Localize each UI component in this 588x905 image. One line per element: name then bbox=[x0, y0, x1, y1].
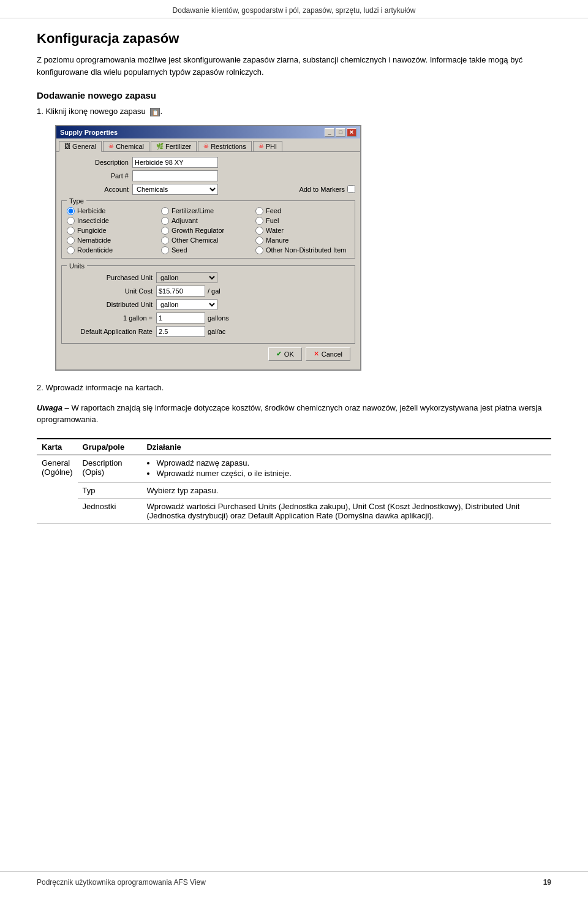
radio-herbicide-input[interactable] bbox=[67, 207, 75, 215]
page-header: Dodawanie klientów, gospodarstw i pól, z… bbox=[0, 0, 588, 18]
radio-rodenticide-input[interactable] bbox=[67, 246, 75, 254]
radio-fuel: Fuel bbox=[255, 217, 350, 225]
radio-adjuvant-input[interactable] bbox=[161, 217, 169, 225]
purchased-unit-select[interactable]: gallon bbox=[156, 272, 217, 283]
dialog-titlebar: Supply Properties _ □ ✕ bbox=[56, 126, 360, 138]
radio-fertilizer-lime-input[interactable] bbox=[161, 207, 169, 215]
account-select[interactable]: Chemicals bbox=[132, 184, 218, 195]
tab-restrictions[interactable]: ☠ Restrictions bbox=[198, 141, 251, 151]
minimize-button[interactable]: _ bbox=[325, 128, 334, 137]
radio-insecticide: Insecticide bbox=[67, 217, 161, 225]
type-fieldset: Type Herbicide Insecticide bbox=[61, 197, 355, 259]
radio-seed-label: Seed bbox=[172, 246, 187, 254]
radio-fuel-input[interactable] bbox=[255, 217, 263, 225]
radio-growth-regulator: Growth Regulator bbox=[161, 227, 255, 235]
uwaga-text: W raportach znajdą się informacje dotycz… bbox=[37, 403, 541, 425]
radio-manure-input[interactable] bbox=[255, 237, 263, 244]
supply-properties-dialog: Supply Properties _ □ ✕ 🖼 General ☠ Chem… bbox=[55, 125, 361, 371]
type-col-3: Feed Fuel Water bbox=[255, 207, 350, 254]
ok-button[interactable]: ✔ OK bbox=[268, 347, 302, 361]
radio-other-chemical-input[interactable] bbox=[161, 237, 169, 244]
description-label: Description bbox=[61, 159, 129, 166]
radio-other-non-distributed-input[interactable] bbox=[255, 246, 263, 254]
new-supply-icon: 📋 bbox=[150, 108, 160, 116]
radio-adjuvant: Adjuvant bbox=[161, 217, 255, 225]
maximize-button[interactable]: □ bbox=[336, 128, 345, 137]
type-columns: Herbicide Insecticide Fungicide bbox=[67, 207, 350, 254]
cancel-button[interactable]: ✕ Cancel bbox=[306, 347, 350, 361]
description-input[interactable] bbox=[132, 157, 218, 168]
cell-group-typ: Typ bbox=[78, 482, 142, 498]
table-row-typ: Typ Wybierz typ zapasu. bbox=[37, 482, 551, 498]
tab-chemical[interactable]: ☠ Chemical bbox=[103, 141, 149, 151]
radio-fungicide: Fungicide bbox=[67, 227, 161, 235]
radio-insecticide-input[interactable] bbox=[67, 217, 75, 225]
page-number: 19 bbox=[543, 878, 551, 887]
default-rate-label: Default Application Rate bbox=[67, 328, 153, 335]
purchased-unit-row: Purchased Unit gallon bbox=[67, 272, 350, 283]
radio-herbicide-label: Herbicide bbox=[77, 207, 105, 214]
header-text: Dodawanie klientów, gospodarstw i pól, z… bbox=[173, 6, 416, 15]
close-button[interactable]: ✕ bbox=[347, 128, 356, 137]
part-label: Part # bbox=[61, 172, 129, 180]
table-row-jednostki: Jednostki Wprowadź wartości Purchased Un… bbox=[37, 498, 551, 523]
action-item-part: Wprowadź numer części, o ile istnieje. bbox=[156, 469, 546, 478]
add-markers-checkbox[interactable] bbox=[347, 185, 355, 193]
units-fieldset: Units Purchased Unit gallon Unit Cost / … bbox=[61, 262, 355, 344]
tab-phi-label: PHI bbox=[266, 143, 277, 150]
purchased-unit-label: Purchased Unit bbox=[67, 274, 153, 281]
tab-phi[interactable]: ☠ PHI bbox=[253, 141, 282, 151]
unit-cost-input[interactable] bbox=[156, 286, 205, 297]
step-1-text: Kliknij ikonę nowego zapasu bbox=[45, 107, 145, 116]
radio-rodenticide-label: Rodenticide bbox=[77, 246, 113, 254]
step-1: 1. Kliknij ikonę nowego zapasu 📋. bbox=[37, 107, 551, 116]
radio-other-chemical: Other Chemical bbox=[161, 237, 255, 244]
tab-fertilizer[interactable]: 🌿 Fertilizer bbox=[151, 141, 197, 151]
step-2-number: 2. bbox=[37, 383, 43, 392]
radio-seed: Seed bbox=[161, 246, 255, 254]
radio-feed-input[interactable] bbox=[255, 207, 263, 215]
conversion-suffix: gallons bbox=[208, 314, 229, 322]
tab-general[interactable]: 🖼 General bbox=[59, 141, 102, 152]
default-rate-input[interactable] bbox=[156, 326, 205, 337]
conversion-row: 1 gallon = gallons bbox=[67, 312, 350, 324]
tab-chemical-label: Chemical bbox=[116, 143, 144, 150]
radio-nematicide: Nematicide bbox=[67, 237, 161, 244]
dialog-title: Supply Properties bbox=[60, 129, 118, 136]
radio-growth-regulator-input[interactable] bbox=[161, 227, 169, 235]
conversion-input[interactable] bbox=[156, 312, 205, 324]
radio-insecticide-label: Insecticide bbox=[77, 217, 109, 224]
radio-feed: Feed bbox=[255, 207, 350, 215]
dialog-body: Description Part # Account Chemicals Add… bbox=[56, 152, 360, 369]
table-body: General(Ogólne) Description (Opis) Wprow… bbox=[37, 455, 551, 523]
page-title: Konfiguracja zapasów bbox=[37, 31, 551, 47]
radio-water-input[interactable] bbox=[255, 227, 263, 235]
cancel-label: Cancel bbox=[322, 350, 342, 358]
cancel-x-icon: ✕ bbox=[314, 350, 319, 358]
conversion-label: 1 gallon = bbox=[67, 314, 153, 322]
action-item-name: Wprowadź nazwę zapasu. bbox=[156, 458, 546, 468]
cell-action-jednostki: Wprowadź wartości Purchased Units (Jedno… bbox=[141, 498, 551, 523]
distributed-unit-select[interactable]: gallon bbox=[156, 299, 217, 310]
units-legend: Units bbox=[67, 262, 87, 270]
part-input[interactable] bbox=[132, 170, 218, 181]
radio-feed-label: Feed bbox=[266, 207, 281, 214]
step-1-number: 1. bbox=[37, 107, 43, 116]
ok-label: OK bbox=[284, 350, 294, 358]
radio-water: Water bbox=[255, 227, 350, 235]
radio-fuel-label: Fuel bbox=[266, 217, 279, 224]
ok-checkmark-icon: ✔ bbox=[276, 350, 282, 358]
radio-seed-input[interactable] bbox=[161, 246, 169, 254]
page-footer: Podręcznik użytkownika oprogramowania AF… bbox=[0, 871, 588, 893]
tab-general-icon: 🖼 bbox=[64, 143, 70, 150]
radio-nematicide-label: Nematicide bbox=[77, 237, 111, 244]
section-adding-title: Dodawanie nowego zapasu bbox=[37, 90, 551, 100]
dialog-wrapper: Supply Properties _ □ ✕ 🖼 General ☠ Chem… bbox=[55, 125, 551, 371]
radio-fungicide-input[interactable] bbox=[67, 227, 75, 235]
default-rate-row: Default Application Rate gal/ac bbox=[67, 326, 350, 337]
radio-herbicide: Herbicide bbox=[67, 207, 161, 215]
radio-nematicide-input[interactable] bbox=[67, 237, 75, 244]
dialog-tabs: 🖼 General ☠ Chemical 🌿 Fertilizer ☠ Rest… bbox=[56, 138, 360, 152]
col-header-action: Działanie bbox=[141, 439, 551, 455]
step-2-text: Wprowadź informacje na kartach. bbox=[45, 383, 164, 392]
